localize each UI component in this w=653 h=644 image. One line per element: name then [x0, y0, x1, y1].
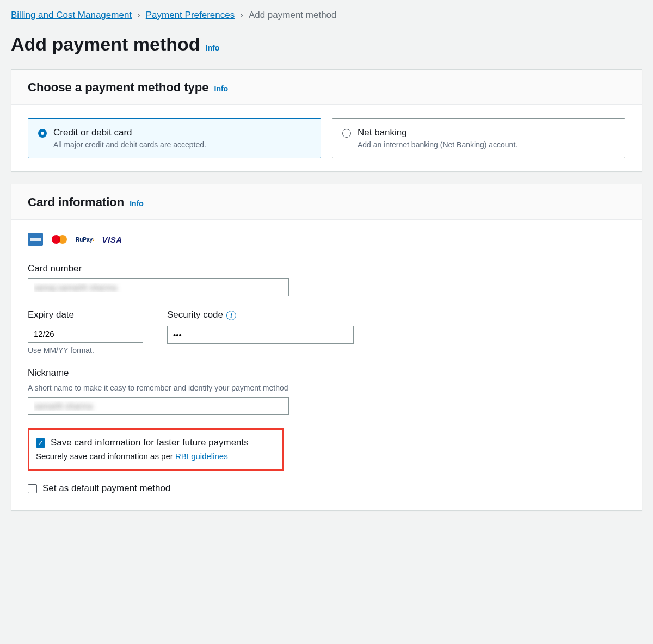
label-card-number: Card number	[28, 263, 289, 274]
save-card-subtext: Securely save card information as per	[36, 451, 175, 461]
tile-desc: All major credit and debit cards are acc…	[53, 140, 206, 149]
checkbox-set-default[interactable]	[28, 484, 37, 493]
panel-title-choose: Choose a payment method type	[28, 81, 209, 95]
chevron-right-icon: ›	[240, 10, 243, 21]
amex-icon	[28, 233, 43, 246]
radio-icon	[342, 129, 351, 138]
label-security-code: Security code	[167, 309, 223, 321]
panel-card-info: Card information Info RuPay› VISA Card n…	[11, 184, 642, 511]
tile-desc: Add an internet banking (Net Banking) ac…	[358, 140, 518, 149]
breadcrumb: Billing and Cost Management › Payment Pr…	[11, 10, 642, 21]
nickname-input[interactable]	[28, 397, 289, 415]
security-code-input[interactable]	[167, 326, 354, 344]
desc-nickname: A short name to make it easy to remember…	[28, 383, 289, 393]
info-circle-icon[interactable]: i	[226, 311, 236, 320]
label-nickname: Nickname	[28, 368, 289, 379]
visa-icon: VISA	[102, 235, 122, 244]
label-save-card: Save card information for faster future …	[51, 437, 249, 448]
tile-credit-card[interactable]: Credit or debit card All major credit an…	[28, 118, 321, 158]
card-number-input[interactable]	[28, 278, 289, 296]
label-set-default: Set as default payment method	[42, 483, 170, 494]
tile-title: Credit or debit card	[53, 127, 206, 138]
highlight-save-card: Save card information for faster future …	[28, 428, 284, 471]
tile-net-banking[interactable]: Net banking Add an internet banking (Net…	[332, 118, 625, 158]
panel-title-card-info: Card information	[28, 195, 124, 209]
breadcrumb-link-payment-preferences[interactable]: Payment Preferences	[146, 10, 235, 21]
breadcrumb-current: Add payment method	[249, 10, 337, 21]
rupay-icon: RuPay›	[76, 237, 94, 243]
info-link[interactable]: Info	[206, 44, 220, 52]
tile-title: Net banking	[358, 127, 518, 138]
checkbox-save-card[interactable]	[36, 438, 45, 448]
label-expiry: Expiry date	[28, 309, 143, 320]
radio-icon	[38, 129, 47, 138]
info-link[interactable]: Info	[130, 199, 144, 208]
info-link[interactable]: Info	[214, 84, 229, 93]
mastercard-icon	[51, 234, 68, 245]
link-rbi-guidelines[interactable]: RBI guidelines	[175, 451, 228, 461]
breadcrumb-link-billing[interactable]: Billing and Cost Management	[11, 10, 132, 21]
hint-expiry: Use MM/YY format.	[28, 346, 143, 355]
panel-choose-method: Choose a payment method type Info Credit…	[11, 69, 642, 172]
chevron-right-icon: ›	[137, 10, 140, 21]
page-title: Add payment method	[11, 34, 200, 55]
expiry-input[interactable]	[28, 325, 143, 343]
